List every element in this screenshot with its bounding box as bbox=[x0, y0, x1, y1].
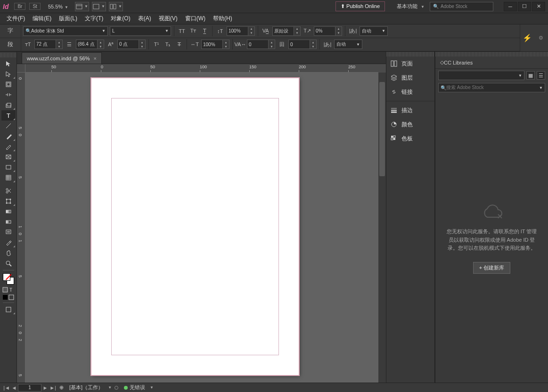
menu-object[interactable]: 对象(O) bbox=[107, 14, 134, 24]
grid-input[interactable]: ▲▼ bbox=[288, 40, 317, 49]
zoom-level[interactable]: 55.5%▼ bbox=[48, 4, 68, 9]
menu-type[interactable]: 文字(T) bbox=[81, 14, 107, 24]
view-mode-normal[interactable] bbox=[1, 304, 16, 315]
font-family-combo[interactable]: 🔍 Adobe 宋体 Std▼ bbox=[23, 26, 108, 36]
screen-mode-icon[interactable]: ▼ bbox=[92, 2, 106, 11]
smallcaps-icon[interactable]: Tᴛ bbox=[188, 26, 198, 36]
superscript-icon[interactable]: T¹ bbox=[152, 40, 161, 49]
direct-selection-tool[interactable] bbox=[1, 69, 16, 79]
cc-search-input[interactable]: 🔍 搜索 Adobe Stock▼ bbox=[438, 83, 545, 92]
page-tool[interactable] bbox=[1, 79, 16, 90]
paragraph-mode-button[interactable]: 段 bbox=[0, 38, 21, 52]
gradient-feather-tool[interactable] bbox=[1, 217, 16, 227]
bridge-chip[interactable]: Br bbox=[14, 3, 25, 10]
auto-combo-2[interactable]: 自动▼ bbox=[334, 40, 362, 49]
hand-tool[interactable] bbox=[1, 248, 16, 258]
preflight-menu-icon[interactable]: ⊕ bbox=[57, 384, 66, 391]
preset-label[interactable]: [基本]（工作） bbox=[66, 384, 106, 391]
list-view-icon[interactable]: ☰ bbox=[537, 71, 545, 80]
rectangle-tool[interactable] bbox=[1, 162, 16, 172]
maximize-button[interactable]: ☐ bbox=[518, 2, 531, 11]
zoom-tool[interactable] bbox=[1, 258, 16, 269]
menu-layout[interactable]: 版面(L) bbox=[55, 14, 81, 24]
quick-apply-icon[interactable]: ⚡ bbox=[523, 33, 532, 43]
panel-pages[interactable]: 页面 bbox=[386, 57, 434, 71]
create-library-button[interactable]: + 创建新库 bbox=[473, 262, 510, 274]
scissors-tool[interactable] bbox=[1, 186, 16, 196]
prev-page-button[interactable]: ◄ bbox=[10, 385, 18, 391]
font-size-input[interactable]: ▲▼ bbox=[34, 40, 63, 49]
adobe-stock-search[interactable]: 🔍 Adobe Stock bbox=[430, 2, 493, 11]
apply-color-icon[interactable] bbox=[1, 294, 16, 301]
fill-stroke-swatch[interactable] bbox=[1, 272, 16, 286]
note-tool[interactable] bbox=[1, 227, 16, 237]
font-style-combo[interactable]: L▼ bbox=[110, 26, 171, 36]
horizontal-grid-tool[interactable] bbox=[1, 172, 16, 183]
gap-tool[interactable] bbox=[1, 90, 16, 100]
panel-swatches[interactable]: 色板 bbox=[386, 131, 434, 146]
menu-file[interactable]: 文件(F) bbox=[3, 14, 29, 24]
format-container-icon[interactable]: T bbox=[1, 286, 16, 294]
panel-color[interactable]: 颜色 bbox=[386, 117, 434, 131]
stock-chip[interactable]: St bbox=[29, 3, 40, 10]
tracking-input[interactable]: ▲▼ bbox=[247, 40, 275, 49]
skew-input[interactable]: ▲▼ bbox=[314, 26, 342, 36]
arrange-docs-icon[interactable]: ▼ bbox=[109, 2, 123, 11]
toolbox-grip[interactable] bbox=[0, 53, 16, 57]
page-number-input[interactable] bbox=[18, 384, 41, 392]
view-options-icon[interactable]: ▼ bbox=[75, 2, 89, 11]
vertical-scrollbar[interactable] bbox=[378, 73, 386, 383]
menu-help[interactable]: 帮助(H) bbox=[209, 14, 236, 24]
rectangle-frame-tool[interactable] bbox=[1, 152, 16, 162]
pencil-tool[interactable] bbox=[1, 141, 16, 152]
baseline-input[interactable]: ▲▼ bbox=[117, 40, 146, 49]
menu-edit[interactable]: 编辑(E) bbox=[29, 14, 55, 24]
selection-tool[interactable] bbox=[1, 58, 16, 69]
free-transform-tool[interactable] bbox=[1, 196, 16, 206]
vertical-ruler[interactable]: 0 5 0 5 1 0 1 5 2 0 2 5 bbox=[17, 73, 25, 383]
eyedropper-tool[interactable] bbox=[1, 237, 16, 248]
menu-view[interactable]: 视图(V) bbox=[155, 14, 181, 24]
library-selector[interactable]: ▼ bbox=[438, 71, 524, 80]
pen-tool[interactable] bbox=[1, 131, 16, 141]
panel-stroke[interactable]: 描边 bbox=[386, 103, 434, 117]
cc-libraries-tab[interactable]: ◇ CC Libraries bbox=[435, 57, 548, 69]
close-tab-icon[interactable]: × bbox=[93, 56, 96, 61]
allcaps-icon[interactable]: TT bbox=[177, 26, 187, 36]
publish-online-button[interactable]: ⬆ Publish Online bbox=[335, 1, 385, 11]
page[interactable] bbox=[91, 78, 299, 375]
workspace-selector[interactable]: 基本功能 ▼ bbox=[392, 1, 430, 12]
type-tool[interactable]: T bbox=[1, 110, 16, 121]
underline-icon[interactable]: T̲ bbox=[200, 26, 209, 36]
subscript-icon[interactable]: T₁ bbox=[163, 40, 172, 49]
menu-table[interactable]: 表(A) bbox=[134, 14, 155, 24]
gradient-swatch-tool[interactable] bbox=[1, 206, 16, 217]
last-page-button[interactable]: ►| bbox=[49, 385, 57, 391]
leading-input[interactable]: ▲▼ bbox=[76, 40, 104, 49]
content-collector-tool[interactable] bbox=[1, 100, 16, 110]
next-page-button[interactable]: ► bbox=[41, 385, 49, 391]
svg-rect-51 bbox=[393, 136, 395, 138]
document-canvas[interactable]: 50 0 50 100 150 200 250 0 5 0 5 1 0 1 5 … bbox=[17, 64, 386, 383]
auto-combo-1[interactable]: 自动▼ bbox=[360, 26, 388, 36]
strikethrough-icon[interactable]: T̶ bbox=[174, 40, 184, 49]
grid-view-icon[interactable]: ▦ bbox=[526, 71, 535, 80]
vscale-input[interactable]: ▲▼ bbox=[227, 26, 255, 36]
horizontal-ruler[interactable]: 50 0 50 100 150 200 250 bbox=[25, 64, 378, 73]
character-mode-button[interactable]: 字 bbox=[0, 24, 21, 38]
control-menu-icon[interactable]: ⚙ bbox=[536, 33, 546, 43]
close-button[interactable]: ✕ bbox=[532, 2, 545, 11]
minimize-button[interactable]: ─ bbox=[504, 2, 517, 11]
ruler-origin[interactable] bbox=[17, 64, 25, 73]
menu-window[interactable]: 窗口(W) bbox=[181, 14, 209, 24]
first-page-button[interactable]: |◄ bbox=[3, 385, 10, 391]
pasteboard[interactable] bbox=[25, 73, 378, 383]
hscale-input[interactable]: ▲▼ bbox=[201, 40, 229, 49]
document-tab[interactable]: www.uzzf.com.indd @ 56% × bbox=[22, 52, 102, 64]
panel-links[interactable]: 链接 bbox=[386, 85, 434, 99]
cc-panel-grip[interactable] bbox=[435, 52, 548, 57]
panel-dock-grip[interactable] bbox=[386, 52, 434, 57]
panel-layers[interactable]: 图层 bbox=[386, 71, 434, 85]
kerning-input[interactable]: ▲▼ bbox=[272, 26, 301, 36]
line-tool[interactable] bbox=[1, 121, 16, 131]
